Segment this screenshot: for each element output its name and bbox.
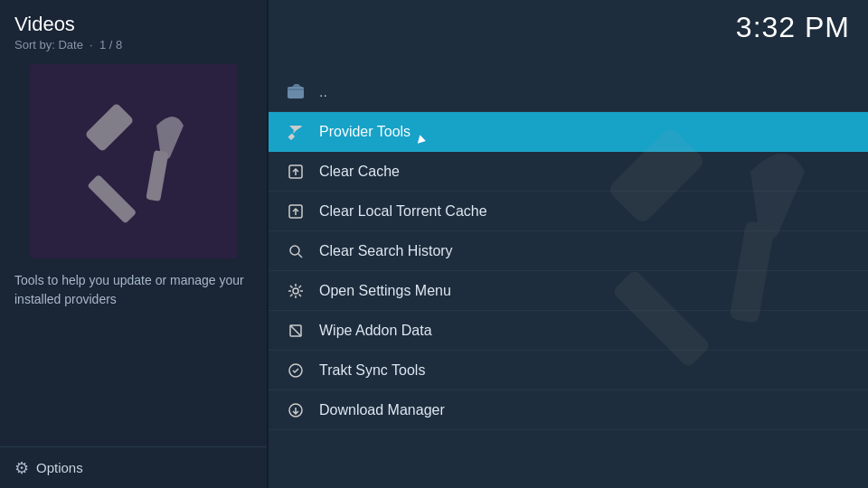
menu-item-label-open-settings: Open Settings Menu — [319, 283, 451, 299]
svg-line-13 — [298, 254, 302, 258]
menu-item-provider-tools[interactable]: Provider Tools — [269, 112, 868, 152]
menu-item-label-trakt-sync: Trakt Sync Tools — [319, 362, 425, 379]
svg-rect-0 — [87, 174, 137, 223]
search-clear-icon — [283, 239, 308, 264]
page-title: Videos — [14, 13, 252, 36]
folder-up-icon — [283, 80, 308, 105]
menu-item-trakt-sync[interactable]: Trakt Sync Tools — [269, 351, 868, 390]
right-panel: 3:32 PM .. Provider ToolsClear CacheClea… — [269, 0, 868, 488]
sort-info: Sort by: Date · 1 / 8 — [14, 38, 252, 52]
trakt-icon — [283, 358, 308, 383]
left-header: Videos Sort by: Date · 1 / 8 — [0, 0, 267, 55]
menu-item-label-clear-local-torrent: Clear Local Torrent Cache — [319, 203, 487, 220]
menu-parent-item[interactable]: .. — [269, 72, 868, 112]
thumbnail — [30, 64, 238, 258]
menu-item-download-manager[interactable]: Download Manager — [269, 390, 868, 430]
options-bar[interactable]: ⚙ Options — [0, 446, 267, 488]
menu-item-clear-local-torrent[interactable]: Clear Local Torrent Cache — [269, 192, 868, 231]
menu-item-label-provider-tools: Provider Tools — [319, 124, 410, 140]
menu-item-open-settings[interactable]: Open Settings Menu — [269, 271, 868, 311]
tools-icon — [71, 99, 197, 225]
menu-list: .. Provider ToolsClear CacheClear Local … — [269, 72, 868, 430]
settings-icon — [283, 278, 308, 304]
svg-rect-6 — [288, 87, 304, 99]
svg-rect-2 — [146, 150, 168, 202]
gear-icon: ⚙ — [14, 458, 29, 478]
description-text: Tools to help you update or manage your … — [0, 258, 267, 322]
menu-item-clear-cache[interactable]: Clear Cache — [269, 152, 868, 192]
svg-rect-1 — [84, 102, 134, 152]
parent-item-label: .. — [319, 84, 327, 100]
left-panel: Videos Sort by: Date · 1 / 8 Tools to he… — [0, 0, 267, 488]
cache-icon — [283, 159, 308, 184]
menu-item-label-clear-search-history: Clear Search History — [319, 243, 453, 259]
menu-item-label-wipe-addon: Wipe Addon Data — [319, 323, 432, 339]
menu-item-label-download-manager: Download Manager — [319, 402, 445, 418]
menu-item-label-clear-cache: Clear Cache — [319, 164, 400, 180]
options-label: Options — [36, 460, 83, 475]
download-icon — [283, 398, 308, 423]
torrent-cache-icon — [283, 199, 308, 224]
tools-icon — [283, 119, 308, 145]
clock: 3:32 PM — [736, 11, 850, 44]
svg-point-12 — [290, 246, 299, 255]
menu-item-clear-search-history[interactable]: Clear Search History — [269, 231, 868, 271]
svg-rect-7 — [288, 133, 295, 140]
svg-line-16 — [290, 325, 301, 336]
menu-item-wipe-addon[interactable]: Wipe Addon Data — [269, 311, 868, 351]
svg-point-14 — [293, 288, 298, 294]
wipe-icon — [283, 318, 308, 343]
